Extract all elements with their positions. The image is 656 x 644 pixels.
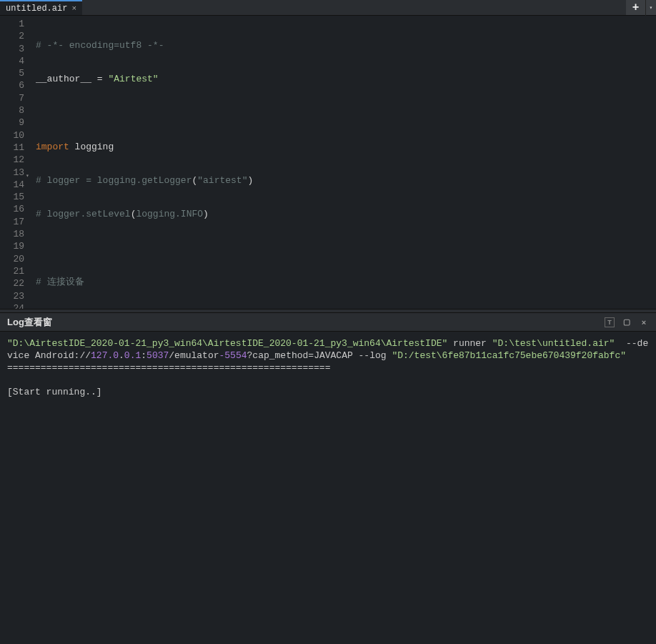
line-number: 3 [0, 43, 29, 55]
line-number: 1 [0, 18, 29, 30]
line-number: 20 [0, 253, 29, 265]
line-number: 10 [0, 129, 29, 142]
log-header-icons: T ▢ × [605, 317, 649, 327]
line-number: 8 [0, 104, 29, 117]
comment: # 连接设备 [36, 277, 84, 287]
line-number: 13▾ [0, 167, 29, 179]
log-output[interactable]: "D:\AirtestIDE_2020-01-21_py3_win64\Airt… [0, 332, 656, 644]
line-gutter: 1 2 3 4 5 6 7 8 9 10 11 12 13▾ 14 15 16 … [0, 16, 29, 309]
comment: # logger.setLevel [36, 209, 131, 219]
close-icon[interactable]: × [71, 4, 76, 13]
tab-untitled[interactable]: untitled.air × [0, 0, 82, 15]
comment: # logger = logging.getLogger [36, 175, 192, 186]
line-number: 11 [0, 142, 29, 154]
tabbar-right: + ▾ [626, 0, 656, 15]
dunder: __author__ [36, 74, 91, 84]
line-number: 16 [0, 203, 29, 215]
line-number: 24 [0, 302, 29, 309]
tabbar: untitled.air × + ▾ [0, 0, 656, 16]
close-panel-icon[interactable]: × [639, 317, 649, 327]
line-number: 9 [0, 117, 29, 129]
line-number: 22 [0, 277, 29, 289]
line-number: 23 [0, 290, 29, 302]
string: "Airtest" [108, 74, 158, 84]
tab-title: untitled.air [6, 4, 67, 14]
tabbar-spacer [82, 0, 626, 15]
code-editor[interactable]: 1 2 3 4 5 6 7 8 9 10 11 12 13▾ 14 15 16 … [0, 16, 656, 309]
filter-icon[interactable]: T [605, 317, 615, 327]
line-number: 15 [0, 191, 29, 203]
line-number: 4 [0, 55, 29, 67]
log-panel-title: Log查看窗 [7, 316, 605, 329]
line-number: 6 [0, 79, 29, 91]
line-number: 18 [0, 228, 29, 240]
line-number: 5 [0, 67, 29, 79]
line-number: 12 [0, 154, 29, 166]
line-number: 2 [0, 30, 29, 42]
comment: # -*- encoding=utf8 -*- [36, 40, 164, 51]
tab-dropdown-button[interactable]: ▾ [646, 0, 656, 16]
log-panel-header: Log查看窗 T ▢ × [0, 313, 656, 332]
keyword-import: import [36, 142, 69, 152]
line-number: 17 [0, 216, 29, 228]
line-number: 19 [0, 240, 29, 252]
line-number: 7 [0, 92, 29, 104]
maximize-icon[interactable]: ▢ [622, 317, 632, 327]
log-path: "D:\AirtestIDE_2020-01-21_py3_win64\Airt… [7, 338, 447, 349]
line-number: 21 [0, 265, 29, 277]
code-area[interactable]: # -*- encoding=utf8 -*- __author__ = "Ai… [29, 16, 656, 309]
log-start-running: [Start running..] [7, 387, 102, 397]
add-tab-button[interactable]: + [626, 0, 646, 16]
log-separator: ========================================… [7, 362, 330, 373]
line-number: 14 [0, 179, 29, 191]
